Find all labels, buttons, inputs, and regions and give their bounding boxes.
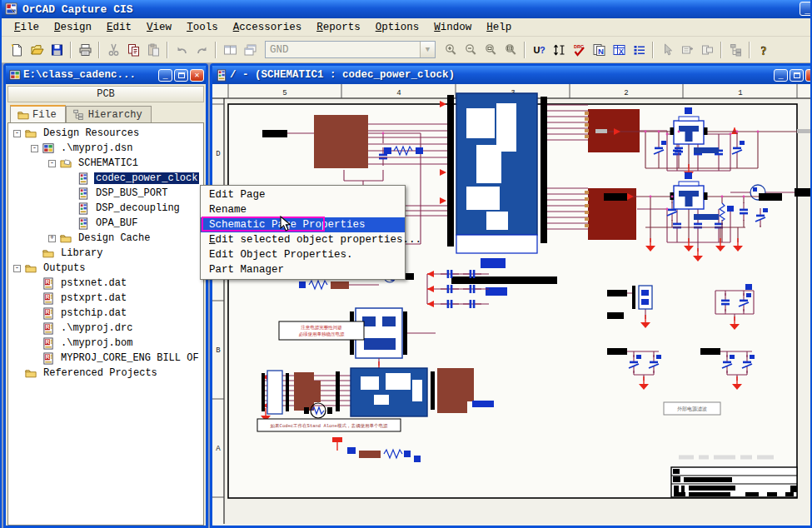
tree-item-pstxnet-dat[interactable]: Rpstxnet.dat bbox=[8, 276, 203, 291]
zoom-all-button[interactable] bbox=[501, 40, 521, 59]
folder-icon bbox=[24, 367, 38, 380]
menu-reports[interactable]: Reports bbox=[309, 20, 368, 35]
copy-button[interactable] bbox=[123, 40, 143, 59]
split-window-button[interactable] bbox=[220, 40, 240, 59]
context-menu-item-edit-object-properties[interactable]: Edit Object Properties. bbox=[201, 247, 405, 262]
minimize-button[interactable]: _ bbox=[774, 69, 788, 82]
undo-button[interactable] bbox=[172, 40, 192, 59]
minus-toggle-icon[interactable]: - bbox=[13, 130, 21, 137]
tab-file[interactable]: File bbox=[10, 105, 66, 122]
context-menu: Edit PageRenameSchematic Page Properties… bbox=[200, 185, 406, 280]
tree-item-library[interactable]: Library bbox=[8, 246, 203, 261]
pointer-select-button[interactable] bbox=[657, 40, 677, 59]
tree-spacer bbox=[66, 190, 73, 197]
minus-toggle-icon[interactable]: - bbox=[48, 160, 56, 167]
svg-text:外部电源滤波: 外部电源滤波 bbox=[677, 406, 707, 412]
tree-item-myproj-core-eng-bill-of-ma[interactable]: RMYPROJ_CORE_ENG BILL OF MA bbox=[8, 351, 203, 366]
tree-item-myproj-dsn[interactable]: -.\myproj.dsn bbox=[8, 141, 203, 156]
schematic-window-titlebar[interactable]: / - (SCHEMATIC1 : codec_power_clock) _ ✕ bbox=[212, 66, 812, 84]
tree-item-pstxprt-dat[interactable]: Rpstxprt.dat bbox=[8, 291, 203, 306]
package-view-button[interactable] bbox=[697, 40, 717, 59]
zoom-area-button[interactable] bbox=[481, 40, 501, 59]
tree-spacer bbox=[31, 355, 38, 362]
save-document-button[interactable] bbox=[47, 40, 67, 59]
back-annotate-button[interactable] bbox=[549, 40, 569, 59]
minus-toggle-icon[interactable]: - bbox=[13, 265, 21, 272]
menu-help[interactable]: Help bbox=[479, 20, 519, 35]
project-window-icon bbox=[8, 69, 20, 81]
menu-window[interactable]: Window bbox=[426, 20, 479, 35]
svg-text:R: R bbox=[46, 339, 50, 345]
tree-item-label: Design Cache bbox=[77, 232, 152, 244]
svg-text:4: 4 bbox=[396, 89, 401, 97]
tab-hierarchy[interactable]: Hierarchy bbox=[66, 106, 152, 122]
help-button[interactable]: ? bbox=[754, 40, 774, 59]
tree-item-myproj-bom[interactable]: R.\myproj.bom bbox=[8, 336, 203, 351]
hierarchy-icon bbox=[72, 109, 85, 120]
close-icon[interactable]: ✕ bbox=[190, 69, 204, 82]
folder-open-icon bbox=[59, 157, 73, 170]
menu-tools[interactable]: Tools bbox=[179, 20, 226, 35]
menu-options[interactable]: Options bbox=[368, 20, 427, 35]
mouse-cursor bbox=[280, 216, 291, 232]
close-icon[interactable]: ✕ bbox=[805, 69, 812, 82]
cut-button[interactable] bbox=[103, 40, 123, 59]
tree-item-design-cache[interactable]: +Design Cache bbox=[8, 231, 203, 246]
menu-design[interactable]: Design bbox=[47, 20, 99, 35]
tree-item-pstchip-dat[interactable]: Rpstchip.dat bbox=[8, 306, 203, 321]
menu-accessories[interactable]: Accessories bbox=[226, 20, 310, 35]
tree-spacer bbox=[13, 370, 21, 377]
plus-toggle-icon[interactable]: + bbox=[48, 235, 56, 242]
minimize-button[interactable]: _ bbox=[158, 69, 172, 82]
tree-item-label: Outputs bbox=[42, 262, 87, 274]
part-editor-button[interactable] bbox=[677, 40, 697, 59]
context-menu-item-edit-selected-object-properties[interactable]: Edit selected object properties... bbox=[201, 232, 405, 247]
open-document-button[interactable] bbox=[27, 40, 47, 59]
menu-edit[interactable]: Edit bbox=[99, 20, 139, 35]
project-window-titlebar[interactable]: E:\class_cadenc... _ ✕ bbox=[6, 66, 206, 84]
svg-text:如果Codec工作在Stand Alone模式，去耦使用单个: 如果Codec工作在Stand Alone模式，去耦使用单个电源 bbox=[271, 423, 388, 429]
menu-view[interactable]: View bbox=[139, 20, 179, 35]
folder-icon bbox=[24, 127, 38, 140]
tree-item-design-resources[interactable]: -Design Resources bbox=[8, 126, 203, 141]
tree-item-referenced-projects[interactable]: Referenced Projects bbox=[8, 366, 203, 381]
tree-item-dsp-decoupling[interactable]: DSP_decoupling bbox=[8, 201, 203, 216]
chevron-down-icon[interactable]: ▼ bbox=[420, 42, 435, 57]
minus-toggle-icon[interactable]: - bbox=[31, 145, 38, 152]
schematic-canvas[interactable]: 5 4 3 2 1 D C B A bbox=[212, 84, 812, 526]
tree-item-dsp-bus-port[interactable]: DSP_BUS_PORT bbox=[8, 186, 203, 201]
paste-button[interactable] bbox=[143, 40, 163, 59]
tree-spacer bbox=[31, 280, 38, 287]
page-icon bbox=[77, 217, 91, 230]
bill-of-materials-button[interactable] bbox=[629, 40, 649, 59]
tree-item-codec-power-clock[interactable]: codec_power_clock bbox=[8, 171, 203, 186]
context-menu-item-schematic-page-properties[interactable]: Schematic Page Properties bbox=[201, 217, 405, 232]
redo-button[interactable] bbox=[192, 40, 212, 59]
zoom-in-button[interactable] bbox=[441, 40, 461, 59]
print-button[interactable] bbox=[75, 40, 95, 59]
tree-spacer bbox=[31, 310, 38, 317]
tree-item-opa-buf[interactable]: OPA_BUF bbox=[8, 216, 203, 231]
maximize-button[interactable] bbox=[174, 69, 188, 82]
toolbar-separator bbox=[98, 42, 100, 58]
maximize-button[interactable] bbox=[790, 69, 804, 82]
svg-text:N: N bbox=[598, 46, 604, 55]
context-menu-item-rename[interactable]: Rename bbox=[201, 202, 405, 217]
menu-file[interactable]: File bbox=[7, 20, 47, 35]
net-selector-combo[interactable]: GND ▼ bbox=[265, 41, 436, 58]
annotate-button[interactable]: U? bbox=[529, 40, 549, 59]
create-netlist-button[interactable]: N bbox=[589, 40, 609, 59]
new-document-button[interactable] bbox=[7, 40, 27, 59]
tree-item-schematic1[interactable]: -SCHEMATIC1 bbox=[8, 156, 203, 171]
context-menu-item-edit-page[interactable]: Edit Page bbox=[201, 187, 405, 202]
design-rules-check-button[interactable]: DRC bbox=[569, 40, 589, 59]
minimize-button[interactable]: _ bbox=[800, 2, 810, 16]
tree-item-label: pstchip.dat bbox=[59, 307, 128, 319]
cross-reference-button[interactable]: X bbox=[609, 40, 629, 59]
tree-item-myproj-drc[interactable]: R.\myproj.drc bbox=[8, 321, 203, 336]
hierarchy-button[interactable] bbox=[725, 40, 745, 59]
context-menu-item-part-manager[interactable]: Part Manager bbox=[201, 262, 405, 277]
zoom-out-button[interactable] bbox=[461, 40, 481, 59]
tree-item-outputs[interactable]: -Outputs bbox=[8, 261, 203, 276]
cascade-window-button[interactable] bbox=[240, 40, 260, 59]
